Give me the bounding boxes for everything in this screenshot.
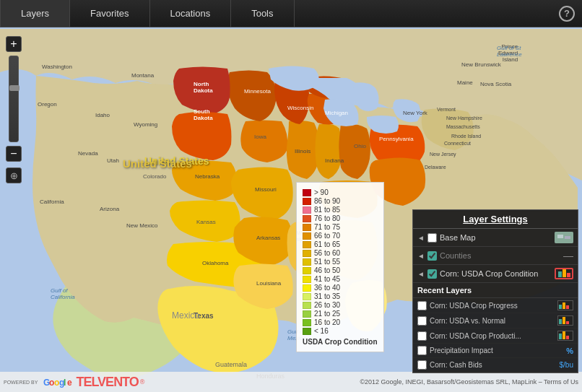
legend-entry: 16 to 20 [303, 318, 378, 326]
layer-dash-counties: — [563, 250, 573, 261]
powered-by: POWERED BY [4, 380, 38, 385]
legend-entry-label: 36 to 40 [314, 284, 340, 292]
nav-favorites[interactable]: Favorites [70, 0, 149, 27]
layer-settings-panel: Layer Settings ◄ Base Map ◄ Counties — [412, 209, 578, 373]
recent-bars-production[interactable] [557, 331, 573, 341]
legend-color-swatch [303, 302, 311, 309]
recent-checkbox-production[interactable] [417, 331, 427, 341]
rb7 [559, 334, 562, 339]
legend-entry: 76 to 80 [303, 214, 378, 222]
legend-entry-label: > 90 [314, 188, 329, 196]
zoom-in-button[interactable]: + [6, 36, 22, 52]
top-nav: Layers Favorites Locations Tools ? [0, 0, 582, 27]
rb9 [566, 336, 569, 339]
nav-help[interactable]: ? [559, 6, 575, 22]
recent-name-production: Corn: USDA Crop Producti... [430, 332, 555, 340]
rb1 [559, 305, 562, 309]
legend-color-swatch [303, 319, 311, 326]
recent-badge-precipitation: % [566, 347, 573, 355]
recent-name-normal: Corn: USDA vs. Normal [430, 317, 555, 325]
recent-bars-progress[interactable] [557, 300, 573, 310]
legend-entry-label: 56 to 60 [314, 249, 340, 257]
layer-bars-corn-highlighted[interactable] [555, 268, 573, 279]
zoom-thumb[interactable] [9, 85, 19, 91]
globe-button[interactable]: ⊕ [6, 167, 22, 183]
layer-checkbox-basemap[interactable] [427, 233, 437, 243]
recent-bars-normal[interactable] [557, 315, 573, 326]
legend-entry-label: 26 to 30 [314, 301, 340, 309]
nav-tools[interactable]: Tools [231, 0, 294, 27]
legend-color-swatch [303, 206, 311, 214]
legend-color-swatch [303, 189, 311, 196]
legend-entry-label: 21 to 25 [314, 310, 340, 318]
recent-name-progress: Corn: USDA Crop Progress [430, 302, 555, 310]
rb8 [563, 331, 565, 339]
legend-color-swatch [303, 328, 311, 335]
bar3 [567, 273, 570, 277]
layer-checkbox-corn[interactable] [427, 269, 437, 279]
legend-color-swatch [303, 284, 311, 292]
legend-entry: 86 to 90 [303, 197, 378, 205]
rb2 [563, 302, 565, 309]
legend-color-swatch [303, 232, 311, 240]
legend-entry: < 16 [303, 327, 378, 335]
legend-entry: 66 to 70 [303, 232, 378, 240]
layer-row-basemap: ◄ Base Map [413, 229, 578, 247]
legend-color-swatch [303, 241, 311, 248]
recent-layer-precipitation: Precipitation Impact % [413, 344, 578, 358]
map-container: Washington Oregon California Nevada Idah… [0, 0, 582, 392]
telvento-brand: TELVENTO ® [76, 375, 144, 390]
recent-checkbox-precipitation[interactable] [417, 346, 427, 355]
layer-row-corn: ◄ Corn: USDA Crop Condition [413, 265, 578, 283]
legend-entry: 46 to 50 [303, 266, 378, 274]
svg-text:l: l [64, 378, 66, 388]
legend-color-swatch [303, 198, 311, 205]
rb4 [559, 319, 562, 324]
legend-entry-label: 16 to 20 [314, 318, 340, 326]
google-logo: G o o g l e [43, 376, 72, 388]
recent-name-cashbids: Corn: Cash Bids [430, 361, 557, 369]
legend-entry: 26 to 30 [303, 301, 378, 309]
recent-layer-cashbids: Corn: Cash Bids $/bu [413, 358, 578, 373]
google-brand: G o o g l e [43, 376, 72, 388]
layer-name-counties: Counties [440, 251, 560, 260]
legend-entry-label: 51 to 55 [314, 258, 340, 266]
legend-color-swatch [303, 258, 311, 266]
layer-arrow-counties: ◄ [417, 252, 425, 260]
zoom-slider[interactable] [9, 56, 19, 142]
legend-entry-label: 41 to 45 [314, 275, 340, 283]
telvento-registered: ® [140, 378, 145, 386]
legend-entry: 61 to 65 [303, 240, 378, 248]
nav-locations[interactable]: Locations [150, 0, 232, 27]
legend-entry: 36 to 40 [303, 284, 378, 292]
layer-name-corn: Corn: USDA Crop Condition [440, 269, 552, 278]
recent-name-precipitation: Precipitation Impact [430, 347, 563, 354]
legend-color-swatch [303, 250, 311, 257]
legend-color-swatch [303, 293, 311, 300]
legend-entry: 71 to 75 [303, 223, 378, 231]
legend-color-swatch [303, 276, 311, 283]
left-controls: + − ⊕ [6, 36, 22, 183]
rb6 [566, 321, 569, 324]
bar1 [558, 271, 562, 277]
recent-layer-normal: Corn: USDA vs. Normal [413, 313, 578, 328]
rb3 [566, 305, 569, 309]
legend-entry-label: 46 to 50 [314, 266, 340, 274]
telvento-text: TELVENTO [76, 375, 138, 390]
recent-checkbox-normal[interactable] [417, 316, 427, 326]
zoom-out-button[interactable]: − [6, 146, 22, 162]
layer-arrow-corn: ◄ [417, 270, 425, 278]
legend-entry: 56 to 60 [303, 249, 378, 257]
recent-checkbox-progress[interactable] [417, 301, 427, 310]
layer-arrow-basemap: ◄ [417, 234, 425, 242]
nav-layers[interactable]: Layers [0, 0, 70, 27]
bar2 [563, 269, 566, 277]
rb5 [563, 317, 565, 324]
layer-checkbox-counties[interactable] [427, 251, 437, 261]
recent-checkbox-cashbids[interactable] [417, 360, 427, 370]
legend-entry-label: 81 to 85 [314, 206, 340, 214]
legend-color-swatch [303, 267, 311, 274]
legend-entry-label: < 16 [314, 327, 329, 335]
bottom-bar: POWERED BY G o o g l e TELVENTO ® ©2012 … [0, 372, 582, 392]
svg-rect-2 [557, 235, 563, 238]
